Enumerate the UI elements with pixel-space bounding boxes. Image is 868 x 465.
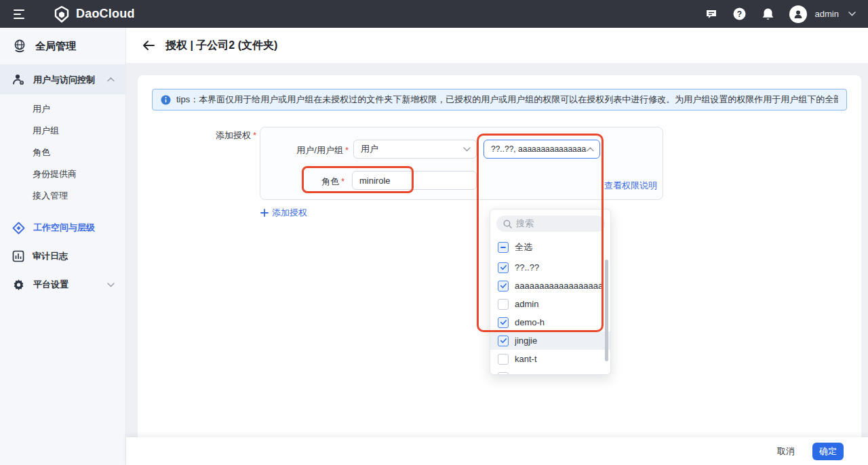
dropdown-option-list: ??..??aaaaaaaaaaaaaaaaaa...admindemo-hji… [490,258,611,375]
authorization-card: 用户/用户组* 用户 ??..??, aaaaaaaaaaaaaaaaa... … [260,127,663,200]
brand-name: DaoCloud [76,7,135,21]
user-group-select[interactable]: 用户 [353,140,477,159]
user-menu-chevron-down-icon[interactable] [848,12,856,16]
sidebar-item-workspace-hierarchy[interactable]: 工作空间与层级 [0,214,125,242]
chevron-up-icon [107,77,115,82]
help-icon[interactable]: ? [732,7,747,22]
dropdown-option-label: jingjie [515,336,537,346]
hamburger-menu-icon[interactable] [14,9,26,19]
dropdown-option[interactable]: aaaaaaaaaaaaaaaaaa... [490,277,611,295]
chevron-up-icon [587,147,594,152]
checkbox-unchecked-icon[interactable] [498,372,509,376]
sidebar-item-label: 平台设置 [33,279,99,291]
sidebar-item-user-groups[interactable]: 用户组 [0,120,125,142]
dropdown-option[interactable]: kay [490,368,611,375]
topbar-actions: ? admin [704,5,868,23]
members-multiselect-value: ??..??, aaaaaaaaaaaaaaaaa... [491,144,587,154]
brand-logo[interactable]: DaoCloud [53,5,135,23]
sidebar-item-user-access-control[interactable]: 用户与访问控制 [0,65,125,94]
dropdown-option-label: kay [515,372,528,375]
checkbox-unchecked-icon[interactable] [498,299,509,310]
sidebar-item-label: 审计日志 [33,250,125,262]
sidebar-header-label: 全局管理 [35,40,76,53]
add-authorization-link[interactable]: 添加授权 [260,207,307,219]
role-input[interactable]: minirole [352,171,477,190]
user-group-field-label: 用户/用户组* [260,144,349,157]
dropdown-option[interactable]: demo-h [490,313,611,331]
content-card: tips：本界面仅用于给用户或用户组在未授权过的文件夹下新增权限，已授权的用户或… [138,75,861,437]
members-multiselect[interactable]: ??..??, aaaaaaaaaaaaaaaaa... [484,140,600,159]
members-dropdown-panel: 搜索 全选 ??..??aaaaaaaaaaaaaaaaaa...adminde… [490,209,611,375]
chevron-down-icon [107,283,115,287]
checkbox-unchecked-icon[interactable] [498,354,509,365]
sidebar: 全局管理 用户与访问控制 用户 用户组 角色 身份提供商 接入管理 工作空间与层… [0,28,126,465]
user-group-select-value: 用户 [361,143,463,155]
page-title: 授权 | 子公司2 (文件夹) [165,39,277,53]
sidebar-item-roles[interactable]: 角色 [0,142,125,163]
workspace-diamond-icon [12,222,25,235]
daocloud-logo-icon [53,5,71,23]
add-authorization-label: 添加授权 [272,207,307,219]
checkbox-checked-icon[interactable] [498,262,509,273]
dropdown-option[interactable]: kant-t [490,350,611,368]
dropdown-search-input[interactable]: 搜索 [496,216,605,232]
tips-banner: tips：本界面仅用于给用户或用户组在未授权过的文件夹下新增权限，已授权的用户或… [152,89,847,110]
confirm-button[interactable]: 确定 [812,443,844,460]
chevron-down-icon [463,147,471,152]
cancel-button[interactable]: 取消 [777,445,795,458]
audit-chart-icon [12,250,24,262]
permission-description-link[interactable]: 查看权限说明 [604,180,657,192]
top-bar: DaoCloud ? admin [0,0,868,28]
role-input-value: minirole [359,176,391,186]
dropdown-option[interactable]: admin [490,295,611,313]
dropdown-option-label: aaaaaaaaaaaaaaaaaa... [515,281,603,291]
sidebar-item-label: 工作空间与层级 [33,222,125,234]
dropdown-option-label: admin [515,299,538,309]
gear-icon [12,279,25,291]
sidebar-item-label: 用户与访问控制 [33,74,99,86]
globe-icon [12,39,27,54]
main-content: 授权 | 子公司2 (文件夹) tips：本界面仅用于给用户或用户组在未授权过的… [126,28,868,465]
dropdown-option-label: ??..?? [515,262,539,272]
page-header: 授权 | 子公司2 (文件夹) [126,28,868,63]
dropdown-option[interactable]: jingjie [490,331,611,350]
search-icon [503,220,512,228]
select-all-option[interactable]: 全选 [490,238,611,257]
checkbox-checked-icon[interactable] [498,317,509,328]
user-avatar[interactable] [789,5,807,23]
dropdown-option-label: kant-t [515,354,537,364]
dropdown-option[interactable]: ??..?? [490,258,611,277]
user-settings-icon [12,73,25,86]
select-all-label: 全选 [515,241,532,254]
sidebar-item-identity-providers[interactable]: 身份提供商 [0,163,125,185]
required-asterisk: * [253,130,256,140]
sidebar-item-platform-settings[interactable]: 平台设置 [0,270,125,299]
checkbox-indeterminate-icon[interactable] [498,242,509,253]
notification-bell-icon[interactable] [761,7,776,22]
checkbox-checked-icon[interactable] [498,336,509,346]
dropdown-option-label: demo-h [515,317,545,327]
search-placeholder: 搜索 [516,218,534,230]
sidebar-item-access-management[interactable]: 接入管理 [0,185,125,207]
svg-text:?: ? [737,9,742,19]
form-section-label: 添加授权* [138,129,256,142]
sidebar-subitems: 用户 用户组 角色 身份提供商 接入管理 [0,94,125,214]
plus-icon [260,209,269,217]
tips-text: tips：本界面仅用于给用户或用户组在未授权过的文件夹下新增权限，已授权的用户或… [176,94,838,106]
dropdown-scrollbar[interactable] [605,260,608,361]
back-arrow-icon[interactable] [142,40,155,51]
sidebar-item-users[interactable]: 用户 [0,98,125,120]
username-label: admin [815,9,839,19]
footer-action-bar: 取消 确定 [126,437,868,465]
sidebar-header-global-management[interactable]: 全局管理 [0,28,125,65]
info-icon [161,95,171,105]
chat-icon[interactable] [704,7,719,22]
checkbox-checked-icon[interactable] [498,281,509,291]
sidebar-item-audit-logs[interactable]: 审计日志 [0,242,125,270]
role-field-label: 角色* [260,176,344,188]
